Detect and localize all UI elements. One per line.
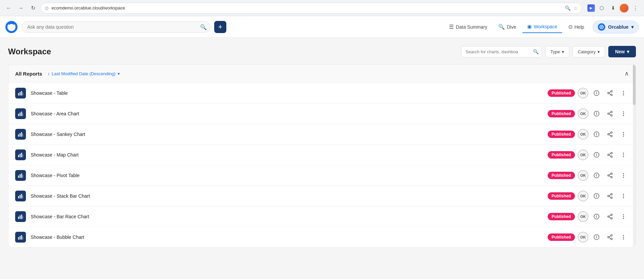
- svg-point-11: [611, 94, 612, 96]
- report-name: Showcase - Sankey Chart: [31, 132, 548, 137]
- svg-point-44: [623, 132, 624, 133]
- svg-point-104: [623, 214, 624, 215]
- report-row[interactable]: Showcase - Map Chart Published OK: [8, 145, 636, 165]
- more-button[interactable]: [618, 149, 629, 160]
- report-icon: [15, 88, 26, 99]
- category-dropdown[interactable]: Category ▾: [573, 46, 605, 57]
- svg-point-84: [611, 194, 612, 195]
- report-row[interactable]: Showcase - Pivot Table Published OK: [8, 165, 636, 186]
- scrollbar-track[interactable]: [633, 64, 636, 247]
- svg-point-106: [623, 218, 624, 219]
- report-list: Showcase - Table Published OK: [8, 83, 636, 247]
- logo-inner: [7, 23, 15, 31]
- nav-help[interactable]: ⊙ Help: [564, 21, 589, 33]
- ok-badge: OK: [578, 191, 588, 201]
- info-button[interactable]: [591, 149, 602, 160]
- report-icon: [15, 191, 26, 201]
- search-filter-wrap: 🔍: [461, 46, 542, 57]
- info-button[interactable]: [591, 211, 602, 222]
- svg-point-105: [623, 216, 624, 217]
- chart-icon: [18, 90, 24, 96]
- svg-line-12: [609, 93, 611, 94]
- reload-button[interactable]: ↻: [28, 3, 38, 13]
- more-button[interactable]: [618, 129, 629, 140]
- info-button[interactable]: [591, 191, 602, 201]
- forward-button[interactable]: →: [16, 3, 26, 13]
- new-chevron-icon: ▾: [627, 49, 629, 54]
- svg-point-61: [623, 156, 624, 157]
- new-button[interactable]: New ▾: [608, 46, 636, 57]
- svg-line-117: [609, 238, 611, 239]
- profile-avatar[interactable]: [620, 4, 629, 12]
- sort-icon: ↕: [47, 71, 50, 76]
- sort-button[interactable]: ↕ Last Modified Date (Descending) ▾: [47, 71, 120, 76]
- share-button[interactable]: [605, 129, 615, 140]
- more-button[interactable]: [618, 88, 629, 99]
- more-button[interactable]: [618, 170, 629, 181]
- collapse-button[interactable]: ∧: [624, 70, 629, 77]
- more-button[interactable]: [618, 211, 629, 222]
- svg-line-72: [609, 176, 611, 177]
- more-button[interactable]: [618, 108, 629, 119]
- svg-point-45: [623, 134, 624, 135]
- ask-search-icon[interactable]: 🔍: [200, 24, 207, 30]
- report-row[interactable]: Showcase - Table Published OK: [8, 83, 636, 104]
- svg-rect-49: [21, 153, 22, 158]
- nav-workspace[interactable]: ◉ Workspace: [522, 21, 562, 33]
- svg-rect-17: [18, 114, 19, 116]
- info-button[interactable]: [591, 88, 602, 99]
- info-button[interactable]: [591, 232, 602, 243]
- reports-header: All Reports ↕ Last Modified Date (Descen…: [8, 64, 636, 83]
- share-button[interactable]: [605, 108, 615, 119]
- app-logo: [5, 21, 18, 33]
- reports-section: All Reports ↕ Last Modified Date (Descen…: [8, 64, 636, 248]
- info-button[interactable]: [591, 170, 602, 181]
- add-button[interactable]: +: [214, 21, 226, 33]
- report-row[interactable]: Showcase - Stack Bar Chart Published OK: [8, 186, 636, 206]
- report-row[interactable]: Showcase - Bubble Chart Published OK: [8, 227, 636, 247]
- nav-dive[interactable]: 🔍 Dive: [493, 21, 521, 33]
- page-header: Workspace 🔍 Type ▾ Category ▾ New ▾: [8, 46, 636, 57]
- svg-rect-93: [20, 215, 21, 219]
- report-row[interactable]: Showcase - Area Chart Published OK: [8, 104, 636, 124]
- svg-line-13: [609, 92, 611, 93]
- share-button[interactable]: [605, 211, 615, 222]
- svg-line-58: [609, 154, 611, 155]
- chart-icon: [18, 152, 24, 158]
- share-button[interactable]: [605, 170, 615, 181]
- report-icon: [15, 211, 26, 222]
- info-button[interactable]: [591, 108, 602, 119]
- nav-data-summary[interactable]: ☰ Data Summary: [444, 21, 492, 33]
- svg-point-30: [623, 113, 624, 114]
- report-name: Showcase - Area Chart: [31, 111, 548, 116]
- svg-point-41: [611, 135, 612, 137]
- sort-chevron-icon: ▾: [118, 71, 120, 76]
- menu-button[interactable]: ⋮: [631, 3, 640, 13]
- ok-badge: OK: [578, 88, 588, 99]
- svg-rect-78: [20, 195, 21, 198]
- more-button[interactable]: [618, 191, 629, 201]
- extensions-button[interactable]: ⬡: [597, 3, 606, 13]
- more-button[interactable]: [618, 232, 629, 243]
- type-dropdown[interactable]: Type ▾: [545, 46, 569, 57]
- share-button[interactable]: [605, 88, 615, 99]
- app-header: 🔍 + ☰ Data Summary 🔍 Dive ◉ Workspace ⊙ …: [0, 16, 644, 38]
- report-row[interactable]: Showcase - Bar Race Chart Published OK: [8, 206, 636, 227]
- svg-point-91: [623, 197, 624, 198]
- svg-rect-5: [23, 92, 23, 95]
- address-bar[interactable]: ⊙ ecomdemo.orcablue.cloud/workspace 🔍 ☆: [40, 3, 582, 13]
- svg-point-86: [611, 197, 612, 199]
- download-button[interactable]: ⬇: [608, 3, 618, 13]
- info-button[interactable]: [591, 129, 602, 140]
- chart-search-input[interactable]: [461, 46, 542, 57]
- share-button[interactable]: [605, 232, 615, 243]
- back-button[interactable]: ←: [4, 3, 13, 13]
- share-button[interactable]: [605, 149, 615, 160]
- brand-button[interactable]: Orcablue ▾: [593, 21, 639, 33]
- ask-question-input[interactable]: [22, 21, 210, 33]
- svg-point-76: [623, 177, 624, 178]
- report-row[interactable]: Showcase - Sankey Chart Published OK: [8, 124, 636, 145]
- published-badge: Published: [548, 192, 575, 200]
- share-button[interactable]: [605, 191, 615, 201]
- svg-rect-108: [20, 236, 21, 240]
